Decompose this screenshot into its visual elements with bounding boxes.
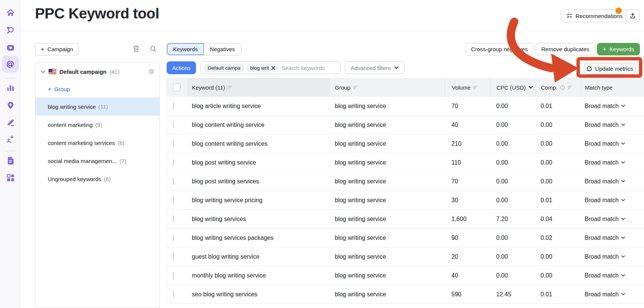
keyword-cell: blog content writing service: [187, 122, 330, 128]
table-body: blog article writing service blog writin…: [167, 97, 644, 304]
column-header-group[interactable]: Group: [330, 78, 445, 97]
gear-icon[interactable]: ⚙: [149, 68, 154, 76]
filter-chip-campaign[interactable]: Default campa: [204, 64, 244, 72]
remove-duplicates-button[interactable]: Remove duplicates: [536, 43, 595, 55]
export-button[interactable]: [626, 9, 640, 22]
sort-icon[interactable]: [228, 85, 232, 90]
chevron-down-icon: [621, 255, 625, 258]
keyword-research-icon[interactable]: [6, 26, 15, 34]
match-type-dropdown[interactable]: Broad match: [581, 216, 644, 223]
search-icon[interactable]: [149, 45, 158, 53]
tab-keywords[interactable]: Keywords: [167, 43, 204, 55]
trash-icon[interactable]: [132, 45, 141, 53]
match-type-value: Broad match: [585, 235, 619, 241]
local-icon[interactable]: [6, 101, 15, 110]
comp-cell: 0.00: [535, 178, 581, 185]
row-checkbox[interactable]: [173, 197, 174, 204]
row-checkbox[interactable]: [173, 159, 174, 166]
table-row: blog writing services packages blog writ…: [167, 229, 644, 247]
actions-button[interactable]: Actions: [167, 61, 196, 74]
sort-icon[interactable]: [568, 85, 573, 90]
analytics-icon[interactable]: [6, 84, 15, 92]
match-type-dropdown[interactable]: Broad match: [581, 103, 644, 110]
column-header-cpc[interactable]: CPC (USD): [490, 78, 535, 97]
match-type-dropdown[interactable]: Broad match: [581, 140, 644, 147]
notification-dot: [615, 8, 622, 14]
search-input[interactable]: [281, 65, 337, 71]
group-item[interactable]: Ungrouped keywords (8): [35, 170, 159, 188]
row-checkbox[interactable]: [173, 272, 174, 279]
row-checkbox[interactable]: [173, 291, 174, 298]
chevron-down-icon: [394, 66, 399, 69]
match-type-dropdown[interactable]: Broad match: [581, 122, 644, 128]
group-item[interactable]: blog writing service (11): [35, 98, 159, 116]
table-row: blog writing services blog writing servi…: [167, 210, 644, 229]
row-checkbox[interactable]: [173, 140, 174, 147]
comp-cell: 0.02: [535, 235, 581, 241]
apps-icon[interactable]: [6, 173, 15, 182]
keywords-table: Keyword (11) Group Volume CPC (USD) Comp…: [167, 78, 644, 304]
match-type-dropdown[interactable]: Broad match: [581, 253, 644, 260]
column-label: CPC (USD): [497, 84, 526, 91]
home-icon[interactable]: [6, 8, 15, 17]
column-label: Comp.: [541, 84, 557, 91]
plus-icon: +: [603, 46, 606, 52]
chevron-down-icon[interactable]: [529, 86, 533, 89]
filter-chip-keyword[interactable]: blog writ: [246, 64, 279, 72]
keyword-cell: blog content writing services: [187, 140, 330, 147]
advanced-filters-button[interactable]: Advanced filters: [345, 61, 404, 74]
add-group-button[interactable]: + Group: [35, 80, 159, 98]
add-keywords-button[interactable]: + Keywords: [597, 43, 640, 55]
chevron-down-icon[interactable]: [41, 70, 46, 73]
group-cell: blog writing service: [330, 159, 445, 166]
group-item[interactable]: content marketing services (6): [35, 134, 159, 152]
column-header-volume[interactable]: Volume: [445, 78, 490, 97]
chevron-down-icon: [621, 142, 625, 145]
group-cell: blog writing service: [330, 197, 445, 204]
social-media-icon[interactable]: [6, 44, 15, 52]
column-header-comp[interactable]: Comp.: [535, 78, 581, 97]
checklist-icon: [567, 13, 573, 19]
row-checkbox[interactable]: [173, 215, 174, 223]
close-icon[interactable]: [271, 66, 275, 70]
keyword-cell: blog writing services: [187, 216, 330, 223]
table-row: blog content writing services blog writi…: [167, 134, 644, 153]
match-type-dropdown[interactable]: Broad match: [581, 272, 644, 279]
match-type-dropdown[interactable]: Broad match: [581, 235, 644, 241]
row-checkbox[interactable]: [173, 234, 174, 241]
content-icon[interactable]: [6, 118, 15, 127]
tab-negatives[interactable]: Negatives: [204, 43, 241, 55]
keyword-search-box[interactable]: Default campa blog writ: [200, 61, 340, 74]
group-item[interactable]: social media managemen... (7): [35, 152, 159, 170]
keyword-cell: blog post writing services: [187, 178, 330, 185]
sort-icon[interactable]: [473, 85, 478, 90]
group-item[interactable]: content marketing (9): [35, 116, 159, 134]
ai-icon[interactable]: [6, 134, 15, 143]
advertising-icon[interactable]: [6, 60, 15, 69]
info-icon[interactable]: [560, 85, 565, 90]
campaign-row[interactable]: Default campaign (41) ⚙: [35, 63, 159, 80]
row-checkbox[interactable]: [173, 121, 174, 128]
volume-cell: 20: [445, 253, 490, 260]
campaign-name: Default campaign: [59, 69, 106, 75]
row-checkbox[interactable]: [173, 178, 174, 185]
match-type-dropdown[interactable]: Broad match: [581, 197, 644, 204]
chevron-down-icon: [621, 161, 625, 164]
match-type-dropdown[interactable]: Broad match: [581, 291, 644, 298]
update-metrics-button[interactable]: Update metrics: [584, 63, 636, 75]
select-all-checkbox[interactable]: [173, 84, 181, 91]
match-type-dropdown[interactable]: Broad match: [581, 178, 644, 185]
chevron-down-icon: [621, 274, 625, 277]
add-campaign-button[interactable]: + Campaign: [35, 43, 79, 55]
reports-icon[interactable]: [6, 156, 15, 165]
group-count: (7): [119, 158, 126, 164]
column-header-keyword[interactable]: Keyword (11): [187, 78, 330, 97]
comp-cell: 0.04: [535, 216, 581, 223]
sort-icon[interactable]: [353, 85, 358, 90]
sidebar-divider: [5, 151, 15, 151]
match-type-dropdown[interactable]: Broad match: [581, 159, 644, 166]
row-checkbox[interactable]: [173, 102, 174, 110]
table-row: blog article writing service blog writin…: [167, 97, 644, 116]
cross-group-negatives-button[interactable]: Cross-group negatives: [465, 43, 533, 55]
row-checkbox[interactable]: [173, 253, 174, 260]
